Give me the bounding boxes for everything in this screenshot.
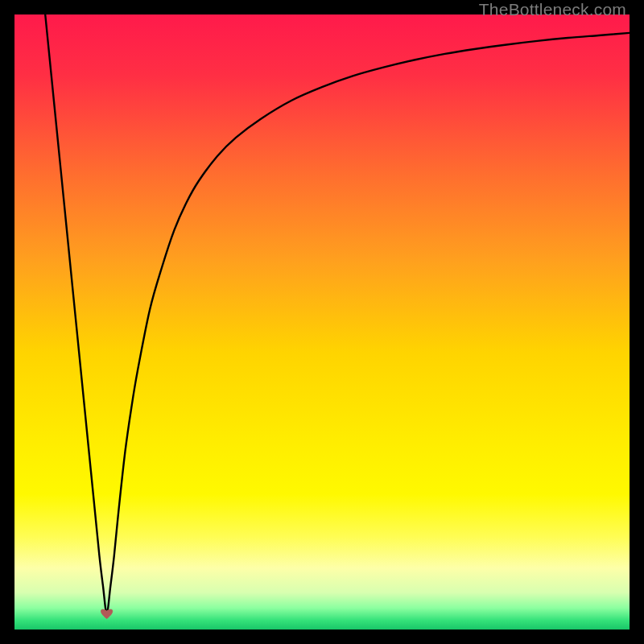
chart-frame bbox=[14, 14, 630, 630]
bottleneck-chart bbox=[14, 14, 630, 630]
watermark-text: TheBottleneck.com bbox=[479, 0, 626, 19]
gradient-background bbox=[14, 14, 630, 630]
